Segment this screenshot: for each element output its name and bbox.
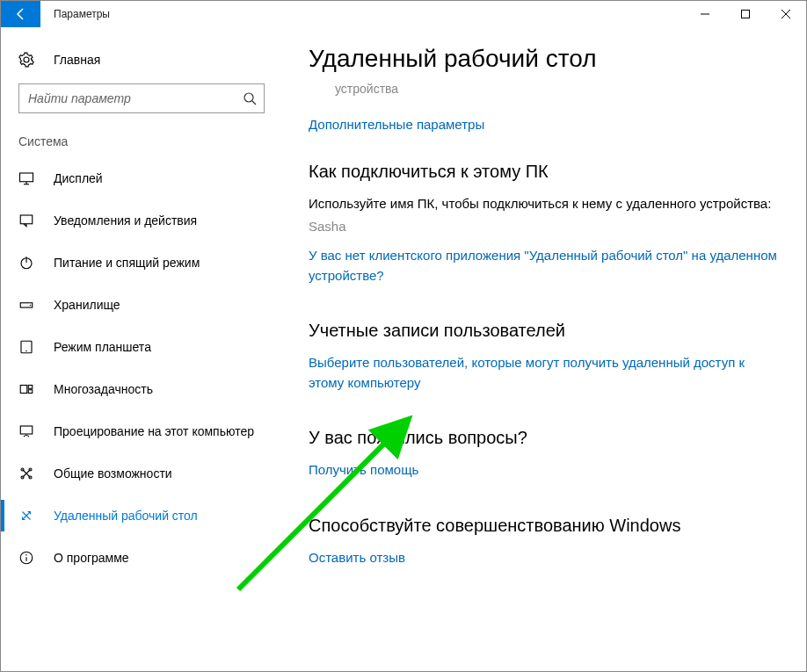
close-icon [782, 10, 790, 18]
sidebar-item-projecting[interactable]: Проецирование на этот компьютер [1, 410, 282, 452]
svg-rect-9 [20, 215, 33, 224]
get-help-link[interactable]: Получить помощь [309, 462, 418, 477]
sidebar-item-label: Проецирование на этот компьютер [54, 424, 254, 438]
sidebar: Главная Система Дисплей Уведомления и де… [1, 27, 282, 671]
svg-point-26 [25, 554, 27, 556]
window-title: Параметры [40, 1, 110, 27]
tablet-icon [18, 339, 34, 355]
sub-gray-text: устройства [335, 82, 780, 96]
sidebar-item-power[interactable]: Питание и спящий режим [1, 242, 282, 284]
storage-icon [18, 297, 34, 313]
svg-rect-1 [742, 11, 750, 18]
sidebar-item-label: Многозадачность [54, 382, 153, 396]
svg-rect-16 [20, 386, 27, 394]
svg-point-4 [244, 93, 253, 102]
minimize-button[interactable] [685, 1, 725, 27]
projecting-icon [18, 423, 34, 439]
sidebar-item-label: Общие возможности [54, 466, 172, 481]
body: Главная Система Дисплей Уведомления и де… [1, 27, 806, 671]
shared-icon [18, 466, 34, 481]
advanced-settings-link[interactable]: Дополнительные параметры [309, 117, 484, 132]
sidebar-item-tablet[interactable]: Режим планшета [1, 326, 282, 368]
no-client-link[interactable]: У вас нет клиентского приложения "Удален… [309, 248, 777, 283]
info-icon [18, 550, 34, 566]
close-button[interactable] [766, 1, 806, 27]
home-label: Главная [54, 53, 100, 67]
back-button[interactable] [1, 1, 40, 27]
sidebar-item-label: Режим планшета [54, 340, 151, 354]
sidebar-item-remote-desktop[interactable]: Удаленный рабочий стол [1, 495, 282, 537]
sidebar-item-multitasking[interactable]: Многозадачность [1, 368, 282, 410]
titlebar: Параметры [1, 1, 806, 27]
search-wrap [18, 83, 265, 113]
svg-rect-6 [20, 173, 33, 182]
connect-instruction: Используйте имя ПК, чтобы подключиться к… [309, 194, 780, 214]
accounts-heading: Учетные записи пользователей [309, 321, 780, 341]
sidebar-item-label: Уведомления и действия [54, 213, 197, 228]
sidebar-item-about[interactable]: О программе [1, 537, 282, 579]
pc-name: Sasha [309, 219, 780, 234]
connect-heading: Как подключиться к этому ПК [309, 162, 780, 182]
svg-rect-18 [28, 390, 33, 394]
help-heading: У вас появились вопросы? [309, 428, 780, 448]
sidebar-item-label: Дисплей [54, 171, 103, 185]
content: Удаленный рабочий стол устройства Дополн… [282, 27, 806, 671]
svg-rect-19 [20, 426, 33, 434]
power-icon [18, 255, 34, 271]
maximize-icon [741, 10, 750, 18]
minimize-icon [701, 10, 709, 18]
sidebar-item-storage[interactable]: Хранилище [1, 284, 282, 326]
svg-point-13 [30, 305, 32, 307]
sidebar-item-shared[interactable]: Общие возможности [1, 452, 282, 495]
settings-window: Параметры Главная [0, 0, 807, 672]
window-controls [685, 1, 806, 27]
remote-desktop-icon [18, 508, 34, 524]
arrow-left-icon [14, 7, 28, 21]
maximize-button[interactable] [725, 1, 766, 27]
search-icon [243, 91, 257, 105]
feedback-link[interactable]: Оставить отзыв [309, 550, 405, 565]
feedback-heading: Способствуйте совершенствованию Windows [309, 516, 780, 536]
search-button[interactable] [235, 83, 265, 113]
select-users-link[interactable]: Выберите пользователей, которые могут по… [309, 355, 745, 390]
multitasking-icon [18, 381, 34, 397]
display-icon [18, 170, 34, 186]
sidebar-item-label: Удаленный рабочий стол [54, 509, 198, 523]
svg-point-15 [25, 350, 27, 352]
sidebar-item-notifications[interactable]: Уведомления и действия [1, 199, 282, 242]
svg-rect-17 [28, 386, 33, 389]
svg-line-5 [252, 101, 256, 105]
sidebar-item-label: Хранилище [54, 298, 120, 312]
category-header: Система [1, 129, 282, 157]
titlebar-drag[interactable] [110, 1, 685, 27]
home-button[interactable]: Главная [1, 45, 282, 75]
gear-icon [18, 52, 34, 68]
sidebar-item-label: Питание и спящий режим [54, 256, 200, 270]
search-input[interactable] [18, 83, 265, 113]
notifications-icon [18, 213, 34, 228]
page-title: Удаленный рабочий стол [309, 45, 780, 73]
sidebar-item-label: О программе [54, 551, 129, 565]
sidebar-item-display[interactable]: Дисплей [1, 157, 282, 199]
